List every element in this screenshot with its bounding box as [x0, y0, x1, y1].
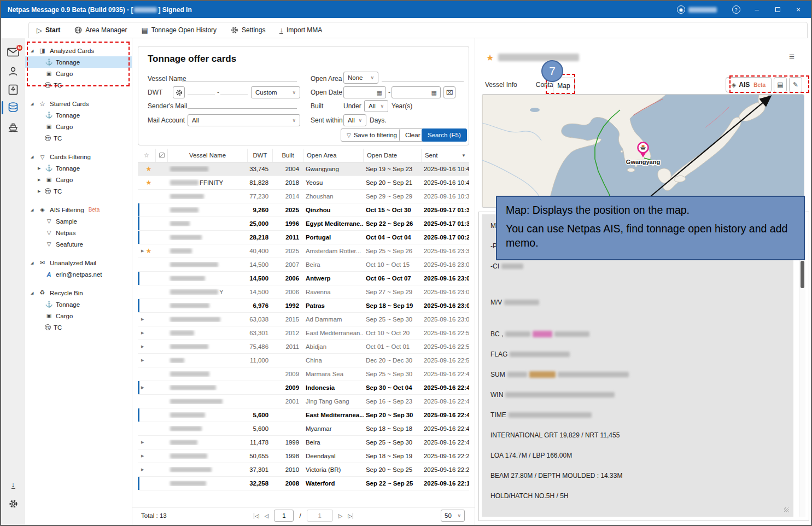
sidebar-item[interactable]: Seafuture — [25, 238, 132, 250]
memo-button[interactable]: ✎ — [789, 77, 802, 92]
page-size-dropdown[interactable]: 50∨ — [441, 510, 465, 522]
settings-button[interactable]: Settings — [231, 26, 265, 34]
rail-ship-button[interactable] — [1, 119, 25, 135]
expand-row-icon[interactable]: ▶ — [141, 385, 144, 390]
sidebar-group-recycle-bin[interactable]: ◢Recycle Bin — [25, 287, 132, 299]
sidebar-item[interactable]: ▶TC — [25, 185, 132, 197]
prev-page-button[interactable]: ◁ — [265, 513, 269, 519]
sidebar-item[interactable]: ▶Tonnage — [25, 162, 132, 174]
table-row[interactable]: ▶★ 33,745 2004 Gwangyang Sep 19 ~ Sep 23… — [138, 162, 469, 176]
expand-row-icon[interactable]: ▶ — [141, 454, 144, 458]
mail-account-dropdown[interactable]: All∨ — [188, 114, 300, 126]
vessel-name-input[interactable] — [182, 71, 297, 81]
table-row[interactable]: ▶★ 63,038 2015 Ad Dammam Sep 25 ~ Sep 30… — [138, 313, 469, 326]
map-view[interactable]: Gwangyang — [482, 94, 804, 208]
table-row[interactable]: ▶★ 14,500 2007 Beira Oct 10 ~ Oct 15 202… — [138, 258, 469, 272]
last-page-button[interactable]: ▷ — [348, 513, 353, 519]
sidebar-group-ais-filtering[interactable]: ◢AIS FilteringBeta — [25, 204, 132, 215]
dwt-min-input[interactable] — [188, 84, 215, 95]
star-icon[interactable]: ★ — [145, 179, 151, 186]
table-row[interactable]: ▶★ 5,600 Myanmar Sep 18 ~ Sep 18 2025-09… — [138, 422, 469, 436]
rail-mail-button[interactable]: N — [1, 45, 25, 61]
column-options-icon[interactable]: ▼ — [462, 153, 466, 158]
star-column-header[interactable]: ☆ — [138, 149, 156, 162]
expand-icon[interactable]: ▶ — [38, 178, 42, 182]
rail-analyzed-cards-button[interactable] — [1, 81, 25, 98]
sidebar-item[interactable]: TC — [25, 132, 132, 144]
sidebar-item[interactable]: erin@netpas.net — [25, 268, 132, 280]
expand-icon[interactable]: ▶ — [38, 166, 42, 171]
sidebar-item[interactable]: Tonnage — [25, 299, 132, 310]
open-area-dropdown[interactable]: None∨ — [343, 72, 378, 84]
expand-row-icon[interactable]: ▶ — [141, 317, 144, 322]
table-row[interactable]: ▶★ 63,301 2012 East Mediterranean... Oct… — [138, 326, 469, 340]
star-icon[interactable]: ★ — [145, 247, 151, 255]
account-chip[interactable]: ◉ — [677, 5, 717, 14]
senders-mail-input[interactable] — [188, 98, 297, 109]
sidebar-item[interactable]: ▶Cargo — [25, 68, 132, 79]
collapse-icon[interactable]: ◢ — [31, 155, 35, 159]
next-page-button[interactable]: ▷ — [338, 513, 343, 519]
sidebar-item[interactable]: Sample — [25, 215, 132, 227]
vessel-name-header[interactable]: Vessel Name — [168, 149, 248, 162]
sidebar-group-starred-cards[interactable]: ◢Starred Cards — [25, 98, 132, 109]
rail-cards-db-button[interactable] — [1, 100, 25, 116]
open-date-header[interactable]: Open Date — [364, 149, 422, 162]
expand-row-icon[interactable]: ▶ — [141, 467, 144, 472]
sidebar-item[interactable]: Netpas — [25, 227, 132, 238]
table-row[interactable]: ▶★ 9,260 2025 Qinzhou Oct 15 ~ Oct 30 20… — [138, 203, 469, 217]
table-row[interactable]: ▶★ 40,400 2025 Amsterdam Rotter... Sep 2… — [138, 244, 469, 258]
table-row[interactable]: ▶★ 28,218 2011 Portugal Oct 04 ~ Oct 04 … — [138, 231, 469, 244]
maximize-button[interactable] — [768, 3, 787, 17]
expand-row-icon[interactable]: ▶ — [141, 344, 144, 349]
dwt-header[interactable]: DWT — [248, 149, 273, 162]
expand-row-icon[interactable]: ▶ — [141, 358, 144, 363]
ais-button[interactable]: ◈AISBeta — [726, 77, 772, 92]
table-row[interactable]: ▶★ 11,000 China Dec 20 ~ Dec 30 2025-09-… — [138, 354, 469, 367]
tab-vessel-info[interactable]: Vessel Info — [485, 81, 517, 89]
table-row[interactable]: ▶★ 11,478 1999 Beira Sep 25 ~ Sep 30 202… — [138, 436, 469, 449]
dwt-max-input[interactable] — [220, 84, 248, 95]
built-header[interactable]: Built — [273, 149, 303, 162]
table-row[interactable]: ▶★ 32,258 2008 Waterford Sep 22 ~ Sep 25… — [138, 477, 469, 490]
table-row[interactable]: ▶★ 6,976 1992 Patras Sep 18 ~ Sep 19 202… — [138, 299, 469, 313]
expand-row-icon[interactable]: ▶ — [141, 249, 144, 253]
star-icon[interactable]: ★ — [145, 165, 151, 173]
open-date-to-input[interactable]: ▦ — [392, 86, 441, 98]
scrollbar-thumb[interactable] — [801, 261, 804, 288]
expand-row-icon[interactable]: ▶ — [141, 440, 144, 445]
rail-download-button[interactable]: ↓ — [1, 477, 25, 493]
rail-settings-button[interactable] — [1, 495, 25, 512]
resize-grip[interactable] — [784, 507, 789, 512]
collapse-icon[interactable]: ◢ — [31, 208, 35, 212]
expand-icon[interactable]: ▶ — [38, 189, 42, 194]
sent-header[interactable]: Sent▼ — [422, 149, 469, 162]
sidebar-group-unanalyzed-mail[interactable]: ◢Unanalyzed Mail — [25, 257, 132, 268]
sent-within-dropdown[interactable]: All∨ — [343, 114, 366, 126]
dwt-gear-button[interactable] — [173, 86, 185, 98]
import-mma-button[interactable]: ↓Import MMA — [279, 26, 322, 34]
sidebar-group-analyzed-cards[interactable]: ◢Analyzed Cards — [25, 45, 132, 56]
collapse-icon[interactable]: ◢ — [31, 102, 35, 106]
sidebar-item[interactable]: ▶TC — [25, 79, 132, 91]
star-icon[interactable]: ★ — [486, 52, 494, 63]
table-row[interactable]: ▶★ 14,500 2006 Antwerp Oct 06 ~ Oct 07 2… — [138, 272, 469, 285]
open-area-input[interactable] — [382, 71, 464, 81]
collapse-icon[interactable]: ◢ — [31, 49, 35, 53]
help-button[interactable]: ? — [727, 3, 745, 17]
table-row[interactable]: ▶★ 2009 Indonesia Sep 30 ~ Oct 04 2025-0… — [138, 381, 469, 395]
table-row[interactable]: ▶★ 2001 Jing Tang Gang Sep 16 ~ Sep 23 2… — [138, 395, 469, 408]
table-row[interactable]: ▶★ 77,230 2014 Zhoushan Sep 29 ~ Sep 29 … — [138, 190, 469, 203]
sidebar-item[interactable]: Cargo — [25, 121, 132, 132]
collapse-icon[interactable]: ◢ — [31, 261, 35, 265]
table-row[interactable]: ▶★ 75,486 2011 Abidjan Oct 01 ~ Oct 01 2… — [138, 340, 469, 354]
table-row[interactable]: ▶★ 2009 Marmara Sea Sep 25 ~ Sep 30 2025… — [138, 367, 469, 381]
rail-contacts-button[interactable] — [1, 63, 25, 80]
table-row[interactable]: ▶★ 50,655 1998 Deendayal Sep 18 ~ Sep 19… — [138, 449, 469, 463]
sidebar-item[interactable]: Cargo — [25, 310, 132, 322]
collapse-icon[interactable]: ◢ — [31, 291, 35, 295]
table-row[interactable]: ▶★ 5,600 East Mediterranea... Sep 20 ~ S… — [138, 408, 469, 422]
sidebar-item[interactable]: Tonnage — [25, 109, 132, 121]
dwt-range-dropdown[interactable]: Custom∨ — [251, 86, 300, 98]
close-button[interactable]: × — [789, 3, 808, 17]
